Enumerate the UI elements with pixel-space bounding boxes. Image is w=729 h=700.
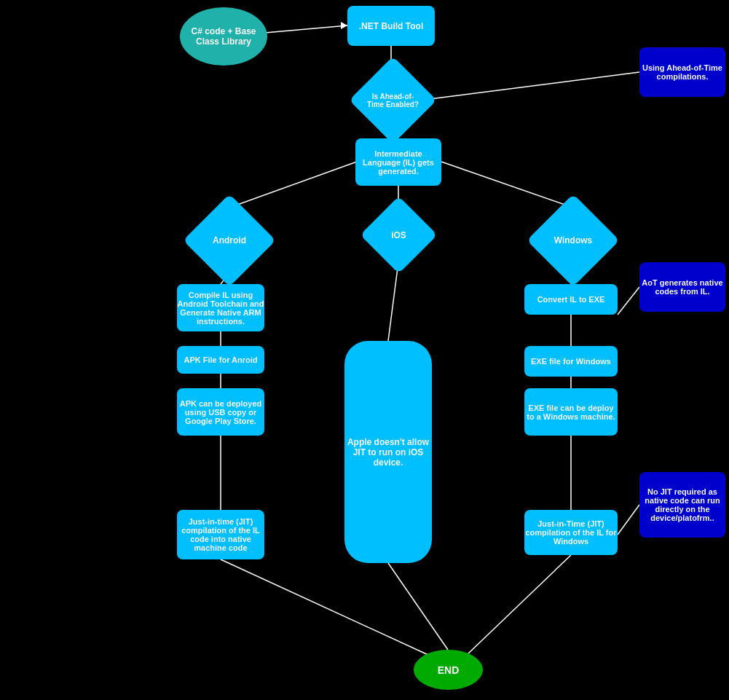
- convert-il-exe-node: Convert IL to EXE: [524, 284, 618, 315]
- end-node: END: [414, 650, 483, 690]
- exe-windows-label: EXE file for Windows: [531, 357, 611, 366]
- csharp-base-node: C# code + Base Class Library: [180, 7, 267, 66]
- apk-android-node: APK File for Anroid: [177, 346, 264, 374]
- apple-no-jit-node: Apple doesn't allow JIT to run on iOS de…: [344, 341, 432, 563]
- aot-generates-node: AoT generates native codes from IL.: [639, 262, 725, 312]
- end-label: END: [438, 664, 460, 676]
- no-jit-required-label: No JIT required as native code can run d…: [639, 487, 725, 522]
- svg-line-20: [618, 287, 639, 315]
- windows-label: Windows: [554, 235, 593, 245]
- convert-il-exe-label: Convert IL to EXE: [537, 295, 605, 304]
- aot-generates-label: AoT generates native codes from IL.: [639, 278, 725, 296]
- svg-marker-1: [341, 22, 347, 29]
- svg-line-8: [388, 262, 398, 341]
- windows-diamond: Windows: [527, 194, 619, 286]
- il-generated-label: Intermediate Language (IL) gets generate…: [355, 149, 441, 176]
- ahead-of-time-label: Is Ahead-of-Time Enabled?: [365, 93, 421, 109]
- apk-android-label: APK File for Anroid: [184, 355, 257, 364]
- compile-il-android-label: Compile IL using Android Toolchain and G…: [177, 291, 264, 326]
- svg-line-6: [441, 162, 573, 208]
- svg-line-5: [229, 162, 357, 208]
- net-build-tool-node: .NET Build Tool: [347, 6, 435, 46]
- exe-windows-node: EXE file for Windows: [524, 346, 618, 377]
- svg-line-17: [221, 559, 430, 656]
- android-label: Android: [213, 235, 246, 245]
- apk-deploy-label: APK can be deployed using USB copy or Go…: [177, 399, 264, 425]
- net-build-tool-label: .NET Build Tool: [359, 21, 423, 31]
- exe-deploy-windows-label: EXE file can be deploy to a Windows mach…: [524, 404, 618, 421]
- android-diamond: Android: [183, 194, 275, 286]
- jit-android-label: Just-in-time (JIT) compilation of the IL…: [177, 517, 264, 552]
- svg-line-19: [424, 72, 639, 100]
- svg-line-21: [618, 505, 639, 535]
- using-ahead-of-time-node: Using Ahead-of-Time compilations.: [639, 47, 725, 97]
- apple-no-jit-label: Apple doesn't allow JIT to run on iOS de…: [344, 437, 432, 468]
- using-ahead-of-time-label: Using Ahead-of-Time compilations.: [639, 63, 725, 81]
- no-jit-required-node: No JIT required as native code can run d…: [639, 472, 725, 538]
- apk-deploy-node: APK can be deployed using USB copy or Go…: [177, 388, 264, 436]
- exe-deploy-windows-node: EXE file can be deploy to a Windows mach…: [524, 388, 618, 436]
- compile-il-android-node: Compile IL using Android Toolchain and G…: [177, 284, 264, 331]
- csharp-base-label: C# code + Base Class Library: [180, 26, 267, 47]
- ios-diamond: iOS: [360, 196, 437, 273]
- svg-line-16: [388, 563, 448, 650]
- svg-line-18: [466, 555, 571, 656]
- jit-windows-node: Just-in-Time (JIT) compilation of the IL…: [524, 510, 618, 555]
- ahead-of-time-diamond: Is Ahead-of-Time Enabled?: [349, 56, 436, 143]
- il-generated-node: Intermediate Language (IL) gets generate…: [355, 138, 441, 186]
- ios-label: iOS: [391, 230, 406, 240]
- jit-android-node: Just-in-time (JIT) compilation of the IL…: [177, 510, 264, 559]
- jit-windows-label: Just-in-Time (JIT) compilation of the IL…: [524, 519, 618, 546]
